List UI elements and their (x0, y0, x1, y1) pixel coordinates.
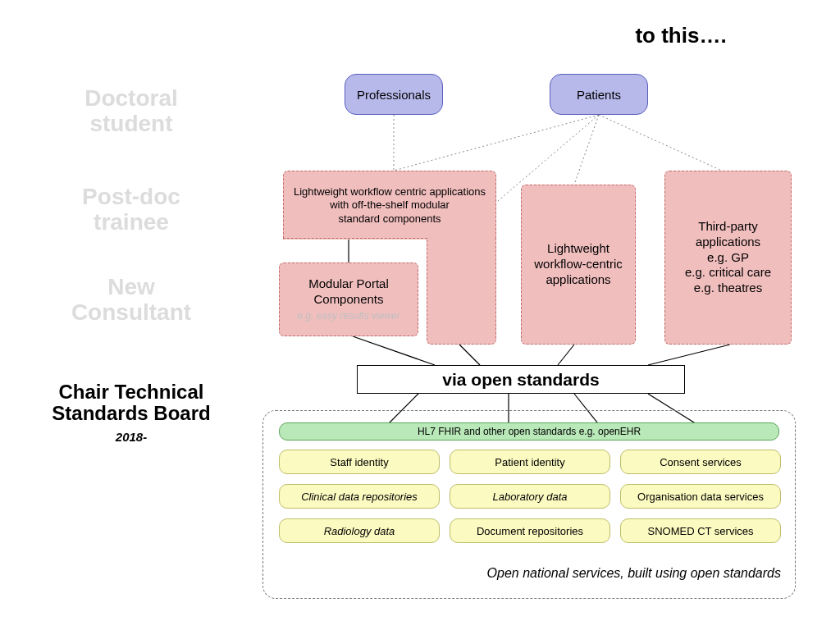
svg-line-1 (394, 115, 599, 171)
service-lab-data: Laboratory data (450, 484, 610, 509)
service-snomed: SNOMED CT services (620, 518, 781, 543)
node-professionals: Professionals (345, 74, 443, 115)
svg-line-3 (599, 115, 722, 171)
left-label-postdoc: Post-doc trainee (49, 185, 213, 235)
svg-line-8 (648, 345, 730, 365)
service-patient-identity: Patient identity (450, 450, 610, 474)
svg-line-5 (353, 336, 435, 365)
node-lightweight-modular-top: Lightweight workflow centric application… (283, 171, 496, 240)
left-label-chair: Chair Technical Standards Board (25, 381, 238, 425)
node-third-party: Third-party applications e.g. GP e.g. cr… (664, 171, 792, 345)
node-modular-portal-title: Modular Portal Components (308, 276, 389, 308)
services-green-bar: HL7 FHIR and other open standards e.g. o… (279, 422, 779, 441)
svg-line-7 (558, 345, 574, 365)
services-caption: Open national services, built using open… (279, 566, 781, 581)
service-org-data: Organisation data services (620, 484, 781, 509)
left-label-newconsultant: New Consultant (49, 275, 213, 326)
node-lightweight-centric: Lightweight workflow-centric application… (521, 185, 636, 345)
node-patients: Patients (550, 74, 648, 115)
node-lightweight-modular-leg (427, 238, 496, 345)
service-doc-repos: Document repositories (450, 518, 610, 543)
left-label-doctoral: Doctoral student (49, 86, 213, 137)
node-lightweight-modular-bottomedge (283, 238, 427, 239)
node-modular-portal-sub: e.g. easy results viewer (297, 310, 399, 322)
service-clinical-repos: Clinical data repositories (279, 484, 440, 509)
svg-line-6 (459, 345, 480, 365)
svg-line-2 (574, 115, 599, 185)
left-label-chair-sub: 2018- (25, 431, 238, 445)
service-radiology: Radiology data (279, 518, 440, 543)
node-lightweight-modular-seam (427, 235, 495, 243)
service-staff-identity: Staff identity (279, 450, 440, 474)
service-consent: Consent services (620, 450, 781, 474)
open-standards-bar: via open standards (357, 365, 685, 394)
node-modular-portal: Modular Portal Components e.g. easy resu… (279, 262, 418, 336)
page-title: to this…. (574, 23, 788, 48)
